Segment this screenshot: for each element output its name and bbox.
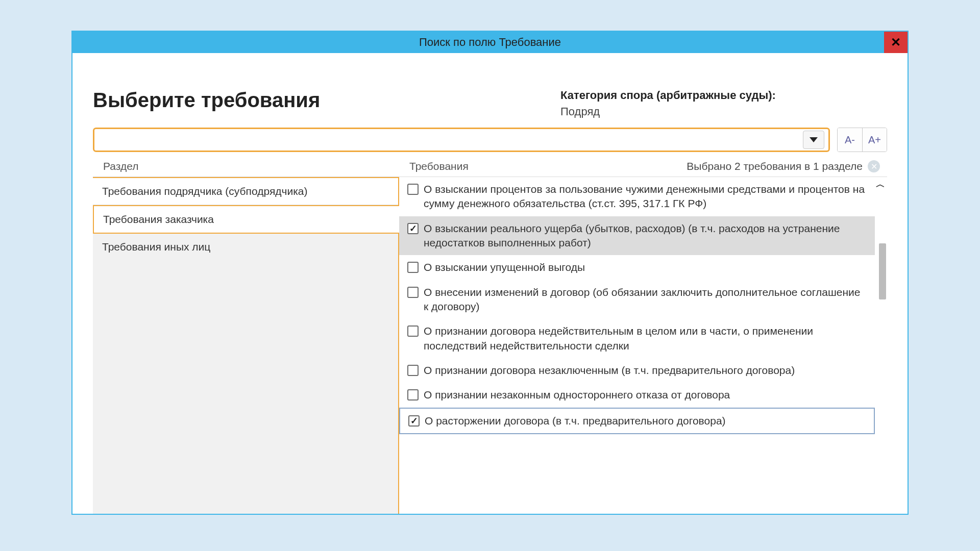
requirement-checkbox[interactable] xyxy=(407,184,419,195)
requirement-item[interactable]: О внесении изменений в договор (об обяза… xyxy=(399,280,875,319)
requirement-text: О признании незаконным одностороннего от… xyxy=(424,388,868,402)
font-decrease-button[interactable]: A- xyxy=(838,128,862,152)
header-row: Выберите требования Категория спора (арб… xyxy=(93,89,887,118)
requirement-checkbox[interactable] xyxy=(407,223,419,234)
requirement-checkbox[interactable] xyxy=(408,415,420,427)
requirement-item[interactable]: О расторжении договора (в т.ч. предварит… xyxy=(399,408,875,434)
close-icon: ✕ xyxy=(871,162,877,171)
search-input[interactable] xyxy=(102,129,803,151)
category-block: Категория спора (арбитражные суды): Подр… xyxy=(560,89,887,118)
category-label: Категория спора (арбитражные суды): xyxy=(560,89,887,102)
content-area: Выберите требования Категория спора (арб… xyxy=(72,53,908,514)
section-item-customer[interactable]: Требования заказчика xyxy=(93,205,399,234)
requirement-item[interactable]: О признании договора незаключенным (в т.… xyxy=(399,358,875,383)
requirement-checkbox[interactable] xyxy=(407,287,419,298)
font-increase-button[interactable]: A+ xyxy=(862,128,887,152)
dropdown-trigger[interactable] xyxy=(803,131,824,149)
titlebar: Поиск по полю Требование ✕ xyxy=(72,32,908,53)
search-row: A- A+ xyxy=(93,128,887,152)
requirement-item[interactable]: О взыскании процентов за пользование чуж… xyxy=(399,177,875,216)
window-title: Поиск по полю Требование xyxy=(419,36,561,49)
requirement-checkbox[interactable] xyxy=(407,262,419,273)
requirements-column-header-row: Требования Выбрано 2 требования в 1 разд… xyxy=(401,160,885,172)
requirement-text: О взыскании упущенной выгоды xyxy=(424,260,868,274)
sections-column-header: Раздел xyxy=(95,160,401,172)
section-item-contractor[interactable]: Требования подрядчика (субподрядчика) xyxy=(93,177,398,205)
font-size-controls: A- A+ xyxy=(837,128,887,152)
category-value: Подряд xyxy=(560,105,887,118)
close-icon: ✕ xyxy=(891,35,901,49)
requirement-item[interactable]: О взыскании упущенной выгоды xyxy=(399,255,875,280)
close-button[interactable]: ✕ xyxy=(884,32,908,53)
requirement-checkbox[interactable] xyxy=(407,325,419,337)
search-box xyxy=(93,128,830,152)
requirement-item[interactable]: О признании договора недействительным в … xyxy=(399,319,875,358)
dialog-window: Поиск по полю Требование ✕ Выберите треб… xyxy=(71,31,909,515)
requirement-text: О взыскании реального ущерба (убытков, р… xyxy=(424,221,868,251)
section-label: Требования иных лиц xyxy=(102,241,210,253)
requirement-text: О признании договора незаключенным (в т.… xyxy=(424,363,868,378)
selection-summary: Выбрано 2 требования в 1 разделе xyxy=(687,160,863,172)
requirement-checkbox[interactable] xyxy=(407,365,419,376)
section-label: Требования подрядчика (субподрядчика) xyxy=(102,185,308,197)
requirements-column-header: Требования xyxy=(409,160,469,172)
requirement-text: О признании договора недействительным в … xyxy=(424,324,868,353)
sections-list: Требования подрядчика (субподрядчика) Тр… xyxy=(93,177,399,514)
requirements-list[interactable]: О взыскании процентов за пользование чуж… xyxy=(399,177,887,514)
columns-header: Раздел Требования Выбрано 2 требования в… xyxy=(93,156,887,177)
svg-marker-0 xyxy=(810,137,818,142)
requirement-checkbox[interactable] xyxy=(407,389,419,400)
body-columns: Требования подрядчика (субподрядчика) Тр… xyxy=(93,177,887,514)
clear-selection-button[interactable]: ✕ xyxy=(868,160,880,172)
chevron-down-icon xyxy=(810,137,818,142)
requirement-text: О взыскании процентов за пользование чуж… xyxy=(424,182,868,211)
section-label: Требования заказчика xyxy=(103,213,214,225)
requirement-text: О расторжении договора (в т.ч. предварит… xyxy=(425,414,867,428)
requirement-text: О внесении изменений в договор (об обяза… xyxy=(424,285,868,314)
requirement-item[interactable]: О признании незаконным одностороннего от… xyxy=(399,383,875,407)
requirements-panel: ︿ О взыскании процентов за пользование ч… xyxy=(399,177,887,514)
section-item-others[interactable]: Требования иных лиц xyxy=(93,234,398,260)
requirement-item[interactable]: О взыскании реального ущерба (убытков, р… xyxy=(399,216,875,256)
page-title: Выберите требования xyxy=(93,89,320,112)
